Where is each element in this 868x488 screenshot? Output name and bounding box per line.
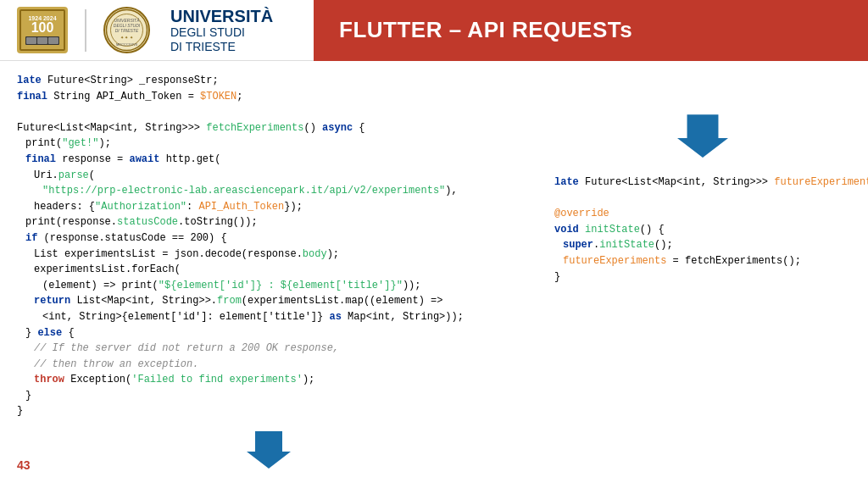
svg-text:✦ ✦ ✦: ✦ ✦ ✦ bbox=[120, 36, 133, 40]
right-code-line-6: futureExperiments = fetchExperiments(); bbox=[554, 253, 851, 269]
code-line-12: List experimentsList = json.decode(respo… bbox=[17, 247, 537, 263]
page-title: FLUTTER – API REQUESTs bbox=[339, 17, 632, 43]
logo-divider bbox=[85, 9, 86, 52]
arrow-down-right bbox=[554, 107, 851, 158]
code-line-19: // then throw an exception. bbox=[17, 357, 537, 373]
right-code-line-5: super.initState(); bbox=[554, 237, 851, 253]
page-number: 43 bbox=[17, 457, 31, 475]
code-line-18: // If the server did not return a 200 OK… bbox=[17, 341, 537, 357]
logo-100: 1924 2024 100 bbox=[17, 7, 68, 53]
right-code-line-3: @override bbox=[554, 206, 851, 222]
svg-marker-8 bbox=[677, 114, 728, 158]
code-line-22: } bbox=[17, 403, 537, 419]
main-content: late Future<String> _responseStr; final … bbox=[0, 61, 868, 488]
code-line-9: headers: {"Authorization": API_Auth_Toke… bbox=[17, 199, 537, 215]
code-line-17: } else { bbox=[17, 325, 537, 341]
code-panel-right: late Future<List<Map<int, String>>> futu… bbox=[546, 73, 851, 480]
svg-text:MDCCCXXVII: MDCCCXXVII bbox=[116, 42, 137, 47]
code-line-14: (element) => print("${element['id']} : $… bbox=[17, 278, 537, 294]
arrow-down-left bbox=[0, 424, 537, 469]
code-line-20: throw Exception('Failed to find experime… bbox=[17, 372, 537, 388]
right-code-line-4: void initState() { bbox=[554, 222, 851, 238]
code-line-8: "https://prp-electronic-lab.areasciencep… bbox=[17, 183, 537, 199]
svg-marker-7 bbox=[247, 431, 291, 469]
code-line-11: if (response.statusCode == 200) { bbox=[17, 230, 537, 247]
code-line-16: <int, String>{element['id']: element['ti… bbox=[17, 309, 537, 325]
code-line-2: final String API_Auth_Token = $TOKEN; bbox=[17, 89, 537, 105]
code-line-4: Future<List<Map<int, String>>> fetchExpe… bbox=[17, 120, 537, 136]
code-line-7: Uri.parse( bbox=[17, 168, 537, 184]
logo-seal: UNIVERSITÀ DEGLI STUDI DI TRIESTE ✦ ✦ ✦ … bbox=[103, 7, 150, 53]
code-line-21: } bbox=[17, 388, 537, 404]
code-line-blank1 bbox=[17, 104, 537, 120]
code-line-15: return List<Map<int, String>>.from(exper… bbox=[17, 293, 537, 309]
header-title-bar: FLUTTER – API REQUESTs bbox=[314, 0, 868, 61]
code-line-10: print(response.statusCode.toString()); bbox=[17, 214, 537, 230]
code-line-5: print("get!"); bbox=[17, 136, 537, 152]
svg-text:DI TRIESTE: DI TRIESTE bbox=[115, 28, 139, 33]
header: 1924 2024 100 UNIVERSITÀ DEGLI STUDI DI … bbox=[0, 0, 868, 61]
header-logo: 1924 2024 100 UNIVERSITÀ DEGLI STUDI DI … bbox=[0, 7, 314, 53]
right-code-blank1 bbox=[554, 191, 851, 207]
code-line-1: late Future<String> _responseStr; bbox=[17, 73, 537, 89]
code-panel-left: late Future<String> _responseStr; final … bbox=[17, 73, 537, 480]
code-line-6: final response = await http.get( bbox=[17, 152, 537, 168]
right-code-line-7: } bbox=[554, 269, 851, 286]
right-code-line-1: late Future<List<Map<int, String>>> futu… bbox=[554, 175, 851, 191]
university-name: UNIVERSITÀ DEGLI STUDI DI TRIESTE bbox=[170, 7, 273, 53]
code-line-13: experimentsList.forEach( bbox=[17, 262, 537, 278]
